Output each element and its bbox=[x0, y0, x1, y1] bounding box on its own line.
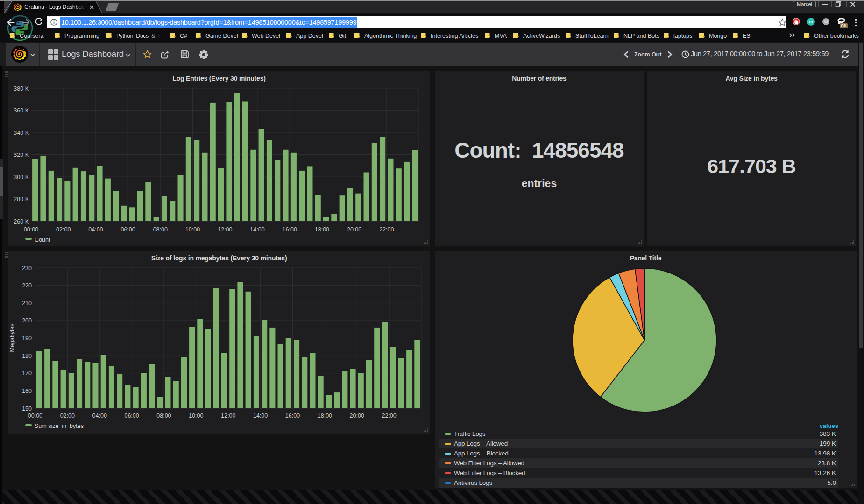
svg-text:06:00: 06:00 bbox=[120, 226, 135, 233]
svg-text:20:00: 20:00 bbox=[347, 226, 361, 233]
svg-text:00:00: 00:00 bbox=[24, 226, 38, 233]
svg-text:18:00: 18:00 bbox=[315, 226, 329, 233]
svg-text:180: 180 bbox=[22, 353, 32, 359]
svg-text:02:00: 02:00 bbox=[56, 226, 71, 233]
svg-text:200: 200 bbox=[22, 317, 32, 324]
svg-text:12:00: 12:00 bbox=[221, 413, 235, 419]
svg-text:Count: Count bbox=[35, 237, 50, 243]
svg-text:22:00: 22:00 bbox=[382, 413, 396, 419]
svg-text:170: 170 bbox=[22, 370, 32, 377]
svg-text:00:00: 00:00 bbox=[28, 413, 42, 419]
svg-text:04:00: 04:00 bbox=[92, 413, 107, 419]
svg-text:340 K: 340 K bbox=[14, 130, 29, 136]
svg-text:360 K: 360 K bbox=[14, 107, 29, 114]
svg-text:22:00: 22:00 bbox=[379, 226, 394, 233]
svg-text:380 K: 380 K bbox=[14, 85, 29, 92]
svg-text:06:00: 06:00 bbox=[124, 413, 139, 419]
svg-text:10:00: 10:00 bbox=[189, 413, 203, 419]
svg-text:14:00: 14:00 bbox=[250, 226, 264, 233]
svg-text:08:00: 08:00 bbox=[156, 413, 171, 419]
svg-text:16:00: 16:00 bbox=[285, 413, 300, 419]
svg-text:Megabytes: Megabytes bbox=[9, 323, 15, 352]
svg-text:08:00: 08:00 bbox=[153, 226, 168, 233]
svg-text:320 K: 320 K bbox=[14, 152, 29, 158]
svg-text:190: 190 bbox=[22, 335, 32, 342]
svg-text:18:00: 18:00 bbox=[318, 413, 332, 419]
svg-text:04:00: 04:00 bbox=[88, 226, 103, 233]
svg-text:150: 150 bbox=[22, 406, 32, 412]
svg-text:160: 160 bbox=[22, 388, 32, 394]
svg-text:Sum size_in_bytes: Sum size_in_bytes bbox=[35, 423, 84, 429]
svg-text:220: 220 bbox=[22, 282, 32, 289]
svg-text:230: 230 bbox=[22, 265, 32, 272]
svg-text:300 K: 300 K bbox=[14, 174, 29, 181]
svg-text:210: 210 bbox=[22, 300, 32, 307]
svg-text:12:00: 12:00 bbox=[218, 226, 232, 233]
svg-text:260 K: 260 K bbox=[14, 218, 29, 225]
svg-text:20:00: 20:00 bbox=[350, 413, 364, 419]
svg-text:16:00: 16:00 bbox=[283, 226, 297, 233]
svg-text:14:00: 14:00 bbox=[253, 413, 268, 419]
svg-text:02:00: 02:00 bbox=[60, 413, 75, 419]
svg-text:280 K: 280 K bbox=[14, 196, 29, 203]
svg-text:10:00: 10:00 bbox=[185, 226, 200, 233]
